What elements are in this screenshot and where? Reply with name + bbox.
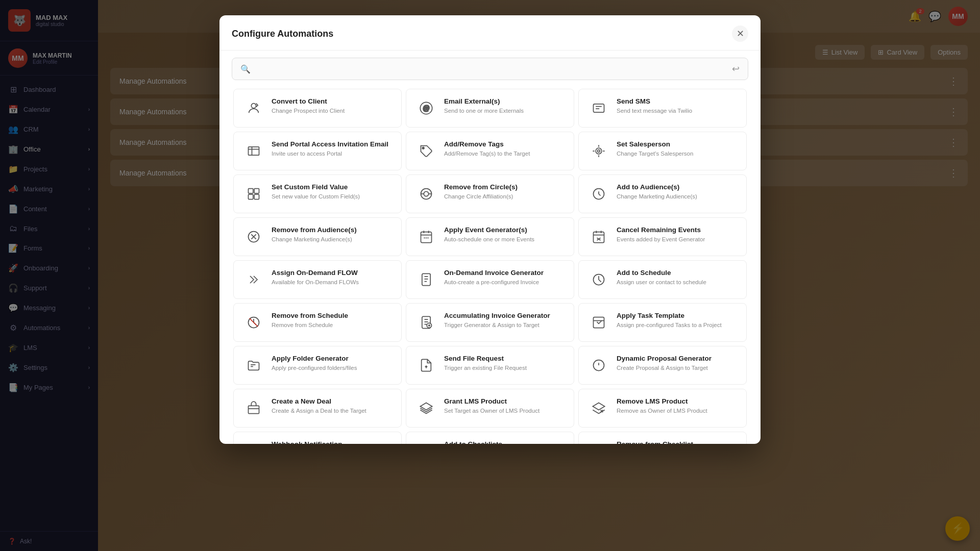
- card-desc-send-portal-access: Invite user to access Portal: [272, 149, 392, 158]
- svg-rect-19: [594, 232, 604, 243]
- svg-rect-4: [249, 147, 259, 155]
- card-desc-set-custom-field: Set new value for Custom Field(s): [272, 192, 392, 201]
- card-title-apply-folder-generator: Apply Folder Generator: [272, 355, 392, 362]
- svg-point-0: [251, 104, 256, 108]
- automation-card-send-sms[interactable]: Send SMS Send text message via Twilio: [578, 89, 747, 128]
- automation-card-add-remove-tags[interactable]: Add/Remove Tags Add/Remove Tag(s) to the…: [406, 132, 574, 170]
- card-title-add-remove-tags: Add/Remove Tags: [444, 140, 565, 148]
- card-title-add-to-schedule: Add to Schedule: [617, 269, 737, 277]
- search-icon: 🔍: [240, 64, 251, 74]
- card-title-remove-from-audiences: Remove from Audience(s): [272, 226, 392, 234]
- card-desc-remove-lms-product: Remove as Owner of LMS Product: [617, 407, 737, 415]
- email-icon: @: [415, 97, 437, 119]
- automation-card-set-custom-field[interactable]: Set Custom Field Value Set new value for…: [233, 174, 402, 213]
- card-title-webhook-notification: Webhook Notification: [272, 440, 392, 444]
- modal-overlay: Configure Automations ✕ 🔍 ↩ Convert to C…: [0, 0, 980, 551]
- card-title-apply-event-generator: Apply Event Generator(s): [444, 226, 565, 234]
- convert-icon: [243, 97, 264, 119]
- automation-card-add-to-audiences[interactable]: Add to Audience(s) Change Marketing Audi…: [578, 174, 747, 213]
- webhook-icon: [243, 440, 264, 444]
- folder-icon: [243, 355, 264, 376]
- automation-card-remove-from-circle[interactable]: Remove from Circle(s) Change Circle Affi…: [406, 174, 574, 213]
- automation-card-dynamic-proposal[interactable]: Dynamic Proposal Generator Create Propos…: [578, 346, 747, 385]
- card-desc-accumulating-invoice: Trigger Generator & Assign to Target: [444, 321, 565, 329]
- automation-card-set-salesperson[interactable]: Set Salesperson Change Target's Salesper…: [578, 132, 747, 170]
- card-desc-add-remove-tags: Add/Remove Tag(s) to the Target: [444, 149, 565, 158]
- card-title-send-sms: Send SMS: [617, 97, 737, 105]
- card-desc-on-demand-invoice: Auto-create a pre-configured Invoice: [444, 278, 565, 286]
- automation-card-apply-task-template[interactable]: Apply Task Template Assign pre-configure…: [578, 303, 747, 342]
- deal-icon: [243, 397, 264, 419]
- rm-audience-icon: [243, 226, 264, 247]
- card-title-email-externals: Email External(s): [444, 97, 565, 105]
- card-desc-remove-from-circle: Change Circle Affiliation(s): [444, 192, 565, 201]
- checklist-add-icon: [415, 440, 437, 444]
- automation-card-remove-from-schedule[interactable]: Remove from Schedule Remove from Schedul…: [233, 303, 402, 342]
- configure-automations-modal: Configure Automations ✕ 🔍 ↩ Convert to C…: [219, 15, 761, 444]
- portal-icon: [243, 140, 264, 162]
- card-title-cancel-remaining-events: Cancel Remaining Events: [617, 226, 737, 234]
- automation-card-add-to-checklists[interactable]: Add to Checklists Assign Target to Check…: [406, 432, 574, 444]
- modal-close-button[interactable]: ✕: [732, 26, 748, 42]
- card-title-remove-from-checklist: Remove from Checklist: [617, 440, 737, 444]
- card-desc-cancel-remaining-events: Events added by Event Generator: [617, 235, 737, 243]
- automation-card-send-portal-access[interactable]: Send Portal Access Invitation Email Invi…: [233, 132, 402, 170]
- circle-icon: [415, 183, 437, 205]
- card-desc-assign-on-demand-flow: Available for On-Demand FLOWs: [272, 278, 392, 286]
- automation-card-send-file-request[interactable]: Send File Request Trigger an existing Fi…: [406, 346, 574, 385]
- automation-card-remove-lms-product[interactable]: Remove LMS Product Remove as Owner of LM…: [578, 389, 747, 428]
- card-desc-add-to-schedule: Assign user or contact to schedule: [617, 278, 737, 286]
- svg-rect-20: [422, 273, 430, 285]
- search-bar: 🔍 ↩: [232, 58, 748, 80]
- modal-header: Configure Automations ✕: [219, 15, 761, 51]
- automation-card-grant-lms-product[interactable]: Grant LMS Product Set Target as Owner of…: [406, 389, 574, 428]
- automation-card-on-demand-invoice[interactable]: On-Demand Invoice Generator Auto-create …: [406, 260, 574, 299]
- card-desc-apply-task-template: Assign pre-configured Tasks to a Project: [617, 321, 737, 329]
- automation-card-create-new-deal[interactable]: Create a New Deal Create & Assign a Deal…: [233, 389, 402, 428]
- svg-rect-11: [254, 194, 259, 199]
- automation-card-remove-from-audiences[interactable]: Remove from Audience(s) Change Marketing…: [233, 217, 402, 256]
- field-icon: [243, 183, 264, 205]
- card-desc-set-salesperson: Change Target's Salesperson: [617, 149, 737, 158]
- svg-rect-10: [249, 194, 253, 199]
- card-desc-add-to-audiences: Change Marketing Audience(s): [617, 192, 737, 201]
- schedule-icon: [588, 269, 609, 290]
- card-desc-convert-to-client: Change Prospect into Client: [272, 107, 392, 115]
- card-title-apply-task-template: Apply Task Template: [617, 312, 737, 319]
- automation-card-email-externals[interactable]: @ Email External(s) Send to one or more …: [406, 89, 574, 128]
- card-title-set-salesperson: Set Salesperson: [617, 140, 737, 148]
- automation-card-remove-from-checklist[interactable]: Remove from Checklist Remove Target from…: [578, 432, 747, 444]
- acc-invoice-icon: [415, 312, 437, 333]
- modal-title: Configure Automations: [232, 29, 333, 39]
- task-icon: [588, 312, 609, 333]
- back-button[interactable]: ↩: [732, 63, 740, 74]
- svg-point-13: [424, 191, 428, 196]
- card-title-accumulating-invoice: Accumulating Invoice Generator: [444, 312, 565, 319]
- svg-point-7: [598, 150, 600, 153]
- card-desc-apply-event-generator: Auto-schedule one or more Events: [444, 235, 565, 243]
- card-desc-create-new-deal: Create & Assign a Deal to the Target: [272, 407, 392, 415]
- automation-card-cancel-remaining-events[interactable]: Cancel Remaining Events Events added by …: [578, 217, 747, 256]
- svg-rect-25: [594, 317, 604, 328]
- svg-rect-18: [421, 232, 432, 243]
- search-input[interactable]: [256, 65, 727, 73]
- card-title-remove-lms-product: Remove LMS Product: [617, 397, 737, 405]
- lms-grant-icon: [415, 397, 437, 419]
- svg-point-6: [596, 148, 602, 154]
- card-title-grant-lms-product: Grant LMS Product: [444, 397, 565, 405]
- automation-card-assign-on-demand-flow[interactable]: Assign On-Demand FLOW Available for On-D…: [233, 260, 402, 299]
- salesperson-icon: [588, 140, 609, 162]
- automation-card-accumulating-invoice[interactable]: Accumulating Invoice Generator Trigger G…: [406, 303, 574, 342]
- card-title-remove-from-schedule: Remove from Schedule: [272, 312, 392, 319]
- automation-card-add-to-schedule[interactable]: Add to Schedule Assign user or contact t…: [578, 260, 747, 299]
- automation-card-webhook-notification[interactable]: Webhook Notification Fire a webhook to y…: [233, 432, 402, 444]
- card-desc-email-externals: Send to one or more Externals: [444, 107, 565, 115]
- automation-card-apply-event-generator[interactable]: Apply Event Generator(s) Auto-schedule o…: [406, 217, 574, 256]
- automation-card-convert-to-client[interactable]: Convert to Client Change Prospect into C…: [233, 89, 402, 128]
- invoice-icon: [415, 269, 437, 290]
- checklist-remove-icon: [588, 440, 609, 444]
- card-title-on-demand-invoice: On-Demand Invoice Generator: [444, 269, 565, 277]
- automation-card-apply-folder-generator[interactable]: Apply Folder Generator Apply pre-configu…: [233, 346, 402, 385]
- card-desc-dynamic-proposal: Create Proposal & Assign to Target: [617, 364, 737, 372]
- card-desc-remove-from-schedule: Remove from Schedule: [272, 321, 392, 329]
